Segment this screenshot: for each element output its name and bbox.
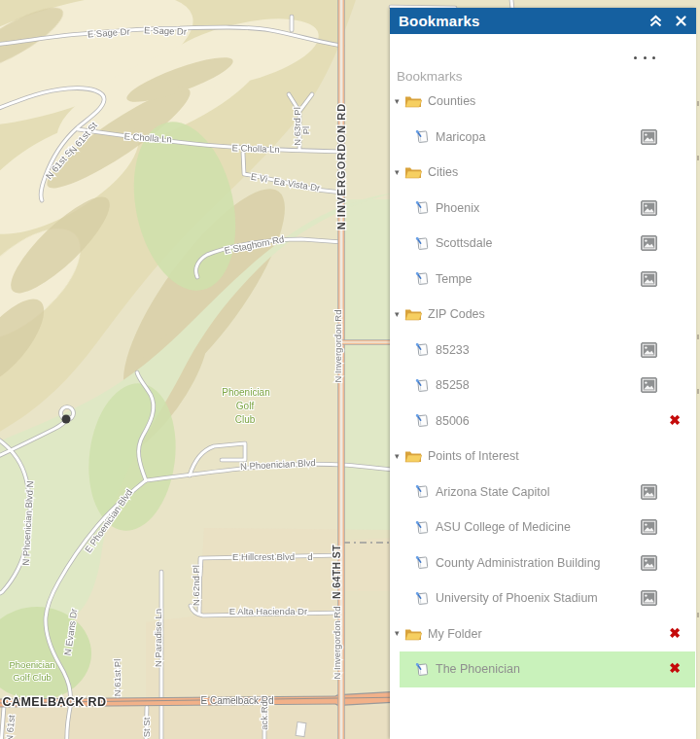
thumbnail-button[interactable] — [641, 519, 657, 535]
bookmark-label: 85006 — [436, 414, 470, 428]
bookmark-icon — [415, 378, 430, 393]
tree-bookmark-maricopa[interactable]: Maricopa — [400, 120, 695, 156]
collapse-panel-button[interactable] — [644, 8, 667, 34]
bookmark-label: Phoenix — [436, 201, 479, 215]
bookmark-label: Maricopa — [436, 130, 485, 144]
thumbnail-button[interactable] — [641, 200, 657, 216]
caret-down-icon[interactable]: ▾ — [395, 452, 403, 461]
bookmark-icon — [415, 200, 430, 215]
panel-title: Bookmarks — [390, 13, 480, 29]
folder-icon — [404, 627, 422, 641]
tree-bookmark-scottsdale[interactable]: Scottsdale — [400, 226, 695, 262]
bookmarks-tree: ▾ Counties Maricopa ▾ Cities Phoenix — [400, 84, 695, 687]
folder-icon — [404, 449, 422, 463]
thumbnail-button[interactable] — [641, 555, 657, 571]
more-options-button[interactable] — [634, 52, 655, 63]
tree-bookmark-tempe[interactable]: Tempe — [400, 262, 695, 298]
map-label: Golf — [236, 401, 255, 411]
map-label: ack Rd — [259, 701, 269, 730]
delete-bookmark-button[interactable]: ✖ — [669, 413, 681, 427]
bookmark-icon — [415, 271, 430, 286]
bookmark-icon — [415, 413, 430, 428]
map-label: Golf Club — [13, 672, 52, 683]
bookmark-icon — [415, 484, 430, 499]
map-label: N INVERGORDON RD — [335, 103, 347, 230]
bookmark-icon — [415, 342, 430, 357]
folder-icon — [404, 94, 422, 108]
section-label: Bookmarks — [397, 69, 463, 84]
tree-bookmark-county-administration-building[interactable]: County Administration Building — [400, 545, 695, 581]
thumbnail-button[interactable] — [641, 271, 657, 287]
caret-down-icon[interactable]: ▾ — [395, 629, 403, 638]
map-label: N Invergordon Rd — [332, 607, 342, 680]
tree-bookmark-85006[interactable]: 85006 ✖ — [400, 404, 695, 440]
map-label: E Cholla Ln — [231, 142, 279, 155]
bookmark-icon — [415, 662, 430, 677]
map-label: E Hillcrest Blvd — [232, 551, 295, 562]
folder-icon — [404, 307, 422, 321]
bookmark-icon — [415, 236, 430, 251]
thumbnail-button[interactable] — [641, 590, 657, 606]
tree-bookmark-the-phoenician[interactable]: The Phoenician ✖ — [400, 651, 695, 687]
bookmark-icon — [415, 555, 430, 570]
map-label: N Paradise Ln — [153, 609, 163, 667]
caret-down-icon[interactable]: ▾ — [395, 310, 403, 319]
bookmark-label: Arizona State Capitol — [436, 485, 549, 499]
bookmark-label: Scottsdale — [436, 236, 492, 250]
map-label: d — [307, 551, 312, 562]
thumbnail-button[interactable] — [641, 484, 657, 500]
map-label: N 61st Pl — [112, 659, 122, 697]
bookmark-label: 85233 — [436, 343, 470, 357]
folder-label: Points of Interest — [428, 449, 519, 463]
double-chevron-up-icon — [648, 14, 663, 28]
tree-bookmark-phoenix[interactable]: Phoenix — [400, 191, 695, 227]
tree-bookmark-university-of-phoenix-stadium[interactable]: University of Phoenix Stadium — [400, 581, 695, 616]
map-label: N 64TH ST — [331, 545, 342, 599]
small-building — [296, 722, 306, 737]
tree-folder-cities[interactable]: ▾ Cities — [400, 155, 695, 191]
tree-folder-zip-codes[interactable]: ▾ ZIP Codes — [400, 297, 695, 333]
tree-bookmark-85233[interactable]: 85233 — [400, 333, 695, 369]
poi-dot — [62, 415, 71, 424]
bookmark-icon — [415, 591, 430, 606]
folder-icon — [404, 165, 422, 179]
map-label: Phoenician — [222, 387, 269, 398]
tree-folder-counties[interactable]: ▾ Counties — [400, 84, 695, 120]
app-window: E Sage Dr E Sage Dr N 61st St N 61st St … — [0, 0, 700, 739]
thumbnail-button[interactable] — [641, 235, 657, 251]
folder-label: Counties — [428, 94, 475, 108]
map-label: St St — [141, 717, 152, 737]
bookmark-label: ASU College of Medicine — [436, 520, 571, 534]
map-label: N 61st — [4, 714, 17, 739]
map-label: CAMELBACK RD — [3, 695, 107, 709]
bookmarks-panel: Bookmarks Bookmarks ▾ Counties — [390, 8, 696, 739]
bookmark-label: 85258 — [436, 378, 470, 392]
folder-label: ZIP Codes — [428, 307, 485, 321]
folder-label: My Folder — [428, 627, 482, 641]
bookmark-label: Tempe — [436, 272, 472, 286]
delete-bookmark-button[interactable]: ✖ — [669, 662, 681, 676]
map-label: E Sage Dr — [144, 24, 187, 37]
tree-bookmark-asu-college-of-medicine[interactable]: ASU College of Medicine — [400, 510, 695, 545]
tree-bookmark-arizona-state-capitol[interactable]: Arizona State Capitol — [400, 475, 695, 510]
tree-bookmark-85258[interactable]: 85258 — [400, 368, 695, 404]
close-icon — [676, 16, 686, 26]
map-label: Phoenician — [9, 659, 54, 670]
caret-down-icon[interactable]: ▾ — [395, 97, 403, 106]
thumbnail-button[interactable] — [641, 129, 657, 145]
folder-label: Cities — [428, 165, 458, 179]
bookmark-label: University of Phoenix Stadium — [436, 591, 598, 605]
thumbnail-button[interactable] — [641, 377, 657, 393]
bookmark-label: The Phoenician — [436, 662, 520, 676]
green-area-east — [342, 199, 395, 541]
tree-folder-points-of-interest[interactable]: ▾ Points of Interest — [400, 439, 695, 475]
close-panel-button[interactable] — [669, 8, 692, 34]
caret-down-icon[interactable]: ▾ — [395, 168, 403, 177]
panel-header: Bookmarks — [390, 8, 696, 34]
delete-folder-button[interactable]: ✖ — [669, 626, 681, 640]
map-label: Pl — [300, 126, 311, 134]
tree-folder-my-folder[interactable]: ▾ My Folder ✖ — [400, 616, 695, 652]
map-label: N 62nd Pl — [191, 565, 201, 606]
thumbnail-button[interactable] — [641, 342, 657, 358]
map-label: E Alta Hacienda Dr — [229, 606, 307, 616]
